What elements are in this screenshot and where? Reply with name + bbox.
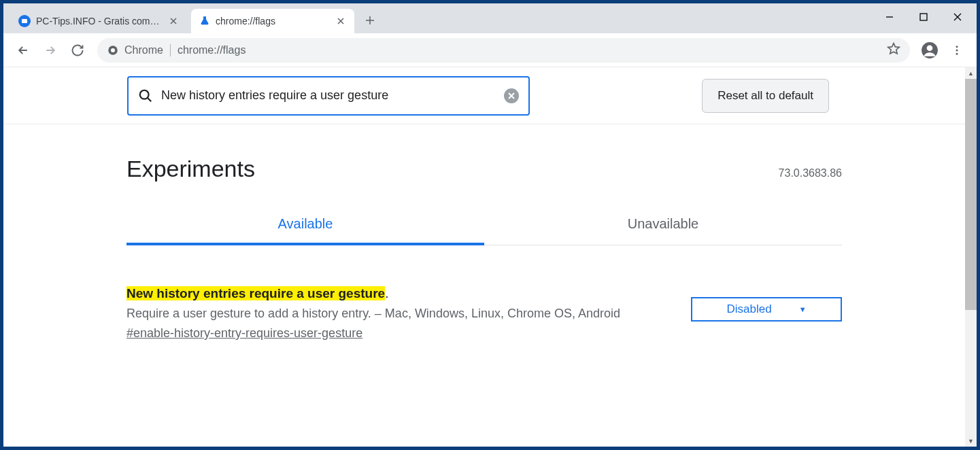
scrollbar-thumb[interactable] — [965, 79, 977, 310]
window-close-button[interactable] — [943, 6, 973, 28]
flag-description: Require a user gesture to add a history … — [126, 307, 664, 321]
scroll-up-button[interactable]: ▲ — [965, 67, 977, 79]
svg-point-2 — [111, 48, 115, 52]
flag-anchor-link[interactable]: #enable-history-entry-requires-user-gest… — [126, 326, 362, 341]
browser-toolbar: Chrome chrome://flags — [3, 33, 977, 67]
chrome-version: 73.0.3683.86 — [779, 167, 842, 179]
chrome-icon — [107, 44, 119, 56]
tab-flags[interactable]: chrome://flags — [191, 9, 354, 33]
close-icon[interactable] — [168, 16, 179, 27]
flag-state-dropdown[interactable]: Disabled ▼ — [691, 297, 842, 322]
scroll-down-button[interactable]: ▼ — [965, 435, 977, 447]
page-title: Experiments — [126, 156, 255, 182]
chevron-down-icon: ▼ — [799, 305, 807, 313]
flask-icon — [199, 16, 210, 27]
clear-search-button[interactable] — [504, 88, 519, 103]
kebab-menu-button[interactable] — [945, 39, 968, 62]
tab-title: PC-Tips.INFO - Gratis computer t — [36, 16, 163, 27]
address-bar[interactable]: Chrome chrome://flags — [97, 38, 910, 63]
search-icon — [138, 88, 153, 103]
chip-label: Chrome — [124, 44, 163, 56]
tab-available[interactable]: Available — [126, 216, 484, 245]
tab-title: chrome://flags — [216, 16, 330, 27]
url-text: chrome://flags — [178, 44, 246, 56]
reset-all-button[interactable]: Reset all to default — [702, 79, 829, 113]
window-minimize-button[interactable] — [875, 6, 905, 28]
svg-point-8 — [140, 90, 149, 99]
chrome-chip: Chrome — [107, 44, 163, 56]
divider — [170, 44, 171, 56]
tab-strip: PC-Tips.INFO - Gratis computer t chrome:… — [3, 3, 977, 33]
svg-point-4 — [927, 45, 933, 51]
flag-search-box[interactable] — [127, 76, 530, 116]
flag-title: New history entries require a user gestu… — [126, 286, 664, 301]
svg-point-6 — [956, 49, 958, 51]
forward-button[interactable] — [39, 39, 62, 62]
flag-search-input[interactable] — [161, 88, 496, 103]
site-favicon-icon — [18, 15, 31, 27]
flag-state-value: Disabled — [726, 302, 771, 316]
svg-point-5 — [956, 46, 958, 48]
svg-rect-0 — [920, 14, 927, 20]
window-maximize-button[interactable] — [909, 6, 939, 28]
reload-button[interactable] — [66, 39, 89, 62]
experiment-tabs: Available Unavailable — [126, 216, 842, 245]
profile-avatar-button[interactable] — [918, 39, 941, 62]
bookmark-star-icon[interactable] — [887, 42, 900, 58]
tab-unavailable[interactable]: Unavailable — [484, 216, 842, 245]
scrollbar[interactable]: ▲ ▼ — [965, 67, 977, 447]
svg-point-7 — [956, 52, 958, 54]
back-button[interactable] — [12, 39, 35, 62]
flag-entry: New history entries require a user gestu… — [126, 286, 842, 341]
flag-title-highlight: New history entries require a user gestu… — [126, 286, 385, 300]
search-row: Reset all to default — [3, 67, 965, 124]
new-tab-button[interactable] — [360, 10, 380, 31]
tab-pc-tips[interactable]: PC-Tips.INFO - Gratis computer t — [10, 9, 187, 33]
close-icon[interactable] — [335, 16, 346, 27]
